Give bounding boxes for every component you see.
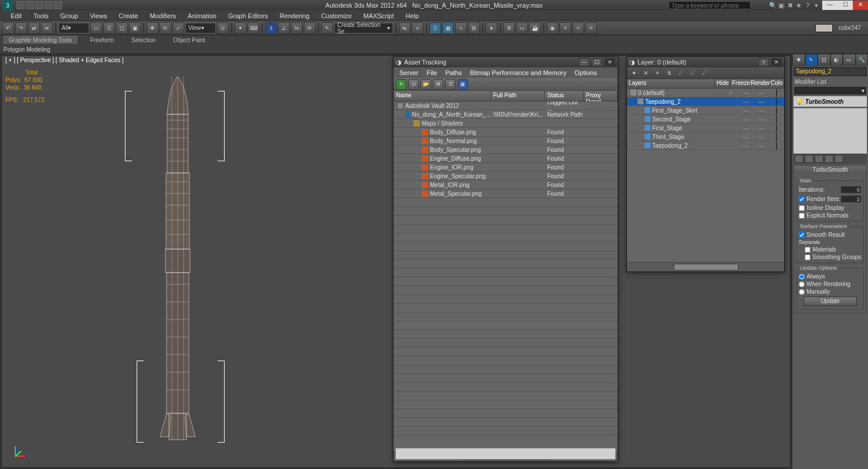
- hide-icon[interactable]: ☄: [688, 69, 697, 78]
- link-icon[interactable]: ⇄: [28, 22, 40, 34]
- redo-icon[interactable]: ↷: [15, 22, 27, 34]
- col-path[interactable]: Full Path: [491, 91, 545, 101]
- col-status[interactable]: Status: [545, 91, 584, 101]
- asset-menu-options[interactable]: Options: [571, 69, 601, 77]
- layer-freeze-cell[interactable]: —: [738, 98, 754, 105]
- minimize-button[interactable]: —: [822, 1, 838, 10]
- render-iters-spinner[interactable]: [840, 195, 862, 203]
- layer-color-cell[interactable]: [769, 107, 784, 114]
- asset-row[interactable]: Body_Diffuse.pngFound: [394, 128, 618, 137]
- asset-grid-body[interactable]: Autodesk Vault 2012Logged Out ...No_dong…: [394, 101, 618, 452]
- modifier-list-combo[interactable]: ▾: [794, 86, 867, 95]
- layer-render-cell[interactable]: —: [754, 107, 769, 114]
- open-icon[interactable]: 📂: [421, 79, 431, 90]
- mirror-icon[interactable]: ⇋: [399, 22, 411, 34]
- subscription-icon[interactable]: ▣: [778, 2, 785, 9]
- ribbon-tab-freeform[interactable]: Freeform: [86, 36, 119, 44]
- reactor-icon[interactable]: ⚛: [560, 22, 571, 34]
- unlink-icon[interactable]: ⇹: [41, 22, 53, 34]
- explicit-normals-checkbox[interactable]: [799, 213, 805, 219]
- layer-render-cell[interactable]: —: [754, 116, 769, 123]
- make-unique-icon[interactable]: [815, 155, 823, 163]
- curve-editor-icon[interactable]: ∿: [455, 22, 467, 34]
- col-render[interactable]: Render: [749, 79, 769, 88]
- layer-row[interactable]: First_Stage——: [627, 124, 784, 132]
- menu-rendering[interactable]: Rendering: [275, 11, 314, 21]
- modifier-stack[interactable]: 💡 TurboSmooth: [794, 96, 867, 107]
- qat-save-icon[interactable]: [35, 1, 43, 9]
- col-freeze[interactable]: Freeze: [730, 79, 749, 88]
- object-name-field[interactable]: Taepodong_2: [794, 67, 867, 76]
- layer-color-cell[interactable]: [769, 134, 784, 140]
- materials-checkbox[interactable]: [805, 247, 811, 253]
- layers-icon[interactable]: ☰: [429, 22, 441, 34]
- iterations-spinner[interactable]: [840, 186, 862, 193]
- viewport-label[interactable]: [ + ] [ Perspective ] [ Shaded + Edged F…: [5, 57, 124, 63]
- layer-hide-cell[interactable]: ✓: [723, 90, 738, 96]
- qat-undo-icon[interactable]: [45, 1, 53, 9]
- motion-tab-icon[interactable]: ◐: [830, 54, 843, 66]
- rendered-frame-icon[interactable]: ▭: [516, 22, 528, 34]
- isoline-checkbox[interactable]: [799, 205, 805, 211]
- menu-views[interactable]: Views: [85, 11, 111, 21]
- utilities-tab-icon[interactable]: 🔧: [856, 54, 869, 66]
- reactor3-icon[interactable]: ⚛: [585, 22, 597, 34]
- add-to-layer-icon[interactable]: +: [653, 69, 662, 78]
- snap-toggle-icon[interactable]: 3: [265, 22, 277, 34]
- infocenter-search-input[interactable]: [669, 1, 751, 9]
- remove-mod-icon[interactable]: [825, 155, 833, 163]
- rotate-icon[interactable]: ↻: [160, 22, 171, 34]
- status-icon[interactable]: ☑: [408, 79, 419, 90]
- schematic-icon[interactable]: ⊞: [468, 22, 480, 34]
- table-icon[interactable]: ▦: [457, 79, 468, 90]
- menu-group[interactable]: Group: [56, 11, 83, 21]
- layer-freeze-cell[interactable]: —: [738, 90, 754, 96]
- asset-row[interactable]: Engine_Specular.pngFound: [394, 172, 618, 181]
- ribbon-tab-graphite-modeling-tools[interactable]: Graphite Modeling Tools: [4, 36, 77, 44]
- angle-snap-icon[interactable]: ∠: [278, 22, 290, 34]
- bulb-icon[interactable]: 💡: [796, 98, 803, 105]
- window-crossing-icon[interactable]: ▣: [129, 22, 141, 34]
- new-layer-icon[interactable]: ✦: [629, 69, 639, 78]
- display-tab-icon[interactable]: ▭: [843, 54, 856, 66]
- color-swatch[interactable]: [815, 24, 833, 32]
- qat-open-icon[interactable]: [26, 1, 34, 9]
- col-layers[interactable]: Layers: [627, 79, 715, 88]
- update-button[interactable]: Update: [803, 297, 857, 306]
- panel-maximize-button[interactable]: ☐: [592, 58, 602, 66]
- highlight-icon[interactable]: ☄: [676, 69, 686, 78]
- layer-row[interactable]: Third_Stage——: [627, 132, 784, 141]
- refcoord-combo[interactable]: View ▾: [185, 23, 216, 33]
- smooth-result-checkbox[interactable]: [799, 232, 805, 238]
- layer-color-cell[interactable]: [769, 142, 784, 149]
- layer-freeze-cell[interactable]: —: [738, 142, 754, 149]
- panel-close-button[interactable]: ✕: [771, 58, 782, 66]
- named-selection-combo[interactable]: Create Selection Se ▾: [334, 23, 393, 33]
- asset-menu-file[interactable]: File: [423, 69, 440, 77]
- select-object-icon[interactable]: ▭: [90, 22, 102, 34]
- close-button[interactable]: ✕: [853, 1, 868, 10]
- qat-redo-icon[interactable]: [54, 1, 62, 9]
- menu-create[interactable]: Create: [114, 11, 143, 21]
- asset-row[interactable]: Engine_Diffuse.pngFound: [394, 154, 618, 163]
- select-layer-icon[interactable]: ↯: [664, 69, 674, 78]
- smoothing-groups-checkbox[interactable]: [805, 254, 811, 260]
- menu-animation[interactable]: Animation: [183, 11, 221, 21]
- col-name[interactable]: Name: [394, 91, 491, 101]
- select-by-name-icon[interactable]: ☰: [103, 22, 115, 34]
- layer-render-cell[interactable]: —: [754, 98, 769, 105]
- menu-maxscript[interactable]: MAXScript: [359, 11, 399, 21]
- horizontal-scrollbar[interactable]: [627, 262, 784, 271]
- ribbon-panel-label[interactable]: Polygon Modeling: [4, 46, 50, 53]
- pin-stack-icon[interactable]: [795, 155, 803, 163]
- layer-row[interactable]: First_Stage_Skirt——: [627, 106, 784, 115]
- app-menu-button[interactable]: 3: [2, 0, 13, 11]
- col-color[interactable]: Colo: [769, 79, 784, 88]
- tree-icon[interactable]: ⊞: [433, 79, 443, 90]
- layer-row[interactable]: Taepodong_2——: [627, 141, 784, 150]
- menu-graph-editors[interactable]: Graph Editors: [223, 11, 273, 21]
- menu-edit[interactable]: Edit: [6, 11, 26, 21]
- maximize-button[interactable]: ☐: [838, 1, 853, 10]
- modify-tab-icon[interactable]: ✎: [805, 54, 818, 66]
- modifier-stack-list[interactable]: [794, 108, 867, 154]
